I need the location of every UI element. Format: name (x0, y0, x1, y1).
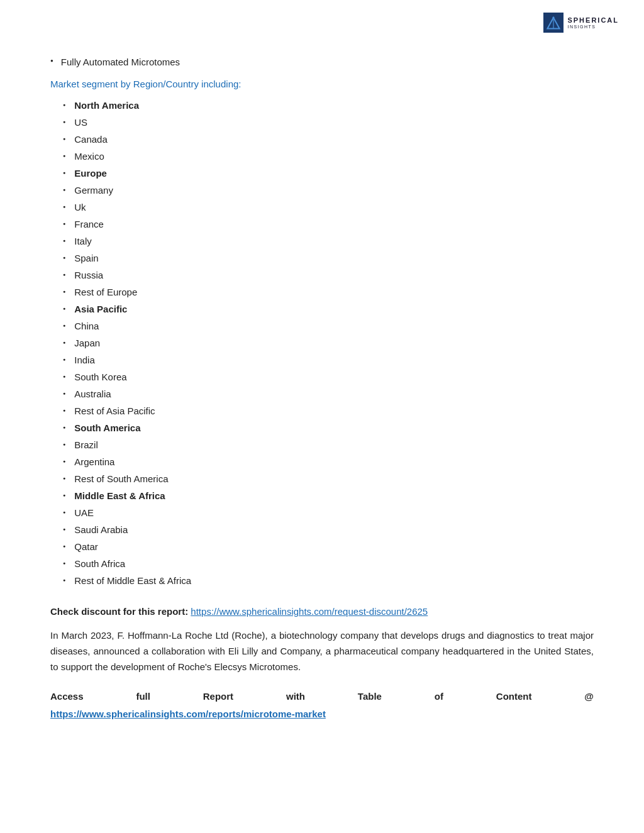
country-name: Spain (74, 251, 98, 266)
bullet-dot: ● (63, 169, 65, 176)
list-item: ●Argentina (63, 455, 594, 470)
bullet-dot: ● (63, 288, 65, 295)
regions-list: ●North America●US●Canada●Mexico●Europe●G… (63, 98, 594, 588)
top-bullet-dot: ● (50, 58, 53, 63)
bullet-dot: ● (63, 390, 65, 397)
access-word: Content (496, 688, 532, 705)
country-name: India (74, 353, 95, 368)
list-item: ●Rest of South America (63, 472, 594, 487)
access-word: Report (203, 688, 233, 705)
bullet-dot: ● (63, 135, 65, 142)
bullet-dot: ● (63, 475, 65, 482)
region-header-item: ●Asia Pacific (63, 302, 594, 317)
logo-area: SPHERICAL INSIGHTS (543, 13, 619, 33)
bullet-dot: ● (63, 458, 65, 465)
country-name: Italy (74, 234, 92, 249)
bullet-dot: ● (63, 322, 65, 329)
country-name: US (74, 115, 87, 130)
bullet-dot: ● (63, 441, 65, 448)
top-bullet-text: Fully Automated Microtomes (61, 57, 180, 67)
logo-tagline: INSIGHTS (567, 25, 619, 29)
country-name: Canada (74, 132, 108, 147)
country-name: Germany (74, 183, 113, 198)
access-report-link[interactable]: https://www.sphericalinsights.com/report… (50, 706, 594, 722)
list-item: ●Mexico (63, 149, 594, 164)
section-heading: Market segment by Region/Country includi… (50, 79, 594, 89)
list-item: ●South Africa (63, 556, 594, 571)
region-name: South America (74, 421, 140, 436)
list-item: ●Brazil (63, 438, 594, 453)
check-discount-label: Check discount for this report: (50, 606, 188, 617)
bullet-dot: ● (63, 101, 65, 108)
list-item: ●Rest of Europe (63, 285, 594, 300)
list-item: ●Russia (63, 268, 594, 283)
region-header-item: ●South America (63, 421, 594, 436)
country-name: Rest of Asia Pacific (74, 404, 155, 419)
region-header-item: ●North America (63, 98, 594, 113)
region-header-item: ●Middle East & Africa (63, 488, 594, 504)
bullet-dot: ● (63, 373, 65, 380)
country-name: Rest of Middle East & Africa (74, 573, 191, 588)
list-item: ●Italy (63, 234, 594, 249)
bullet-dot: ● (63, 152, 65, 159)
bullet-dot: ● (63, 305, 65, 312)
country-name: Brazil (74, 438, 98, 453)
access-word: with (286, 688, 305, 705)
access-word: of (435, 688, 443, 705)
country-name: UAE (74, 505, 94, 521)
check-discount-link[interactable]: https://www.sphericalinsights.com/reques… (191, 606, 428, 617)
bullet-dot: ● (63, 492, 65, 499)
list-item: ●US (63, 115, 594, 130)
bullet-dot: ● (63, 509, 65, 516)
country-name: Uk (74, 200, 86, 215)
list-item: ●UAE (63, 505, 594, 521)
bullet-dot: ● (63, 118, 65, 125)
list-item: ●Rest of Asia Pacific (63, 404, 594, 419)
logo-name: SPHERICAL (567, 16, 619, 25)
bullet-dot: ● (63, 186, 65, 193)
page-container: SPHERICAL INSIGHTS ● Fully Automated Mic… (0, 0, 644, 833)
region-name: Europe (74, 166, 107, 181)
logo-text-block: SPHERICAL INSIGHTS (567, 16, 619, 29)
region-name: Middle East & Africa (74, 488, 165, 504)
country-name: Australia (74, 387, 111, 402)
svg-point-3 (553, 16, 555, 18)
bullet-dot: ● (63, 543, 65, 549)
bullet-dot: ● (63, 407, 65, 414)
list-item: ●France (63, 217, 594, 232)
top-bullet-item: ● Fully Automated Microtomes (50, 57, 594, 67)
list-item: ●Saudi Arabia (63, 522, 594, 538)
country-name: China (74, 319, 99, 334)
list-item: ●Uk (63, 200, 594, 215)
check-discount-section: Check discount for this report: https://… (50, 606, 594, 617)
country-name: Qatar (74, 539, 98, 554)
access-word: Access (50, 688, 84, 705)
list-item: ●India (63, 353, 594, 368)
list-item: ●Japan (63, 336, 594, 351)
bullet-dot: ● (63, 237, 65, 244)
bullet-dot: ● (63, 560, 65, 566)
country-name: Rest of Europe (74, 285, 137, 300)
list-item: ●Germany (63, 183, 594, 198)
country-name: Japan (74, 336, 100, 351)
bullet-dot: ● (63, 339, 65, 346)
bullet-dot: ● (63, 271, 65, 278)
region-name: Asia Pacific (74, 302, 127, 317)
region-header-item: ●Europe (63, 166, 594, 181)
list-item: ●China (63, 319, 594, 334)
country-name: South Africa (74, 556, 125, 571)
country-name: South Korea (74, 370, 126, 385)
access-word: Table (358, 688, 382, 705)
access-report-section: AccessfullReportwithTableofContent@ http… (50, 688, 594, 722)
bullet-dot: ● (63, 220, 65, 227)
bullet-dot: ● (63, 356, 65, 363)
bullet-dot: ● (63, 576, 65, 583)
list-item: ●Rest of Middle East & Africa (63, 573, 594, 588)
access-report-line1: AccessfullReportwithTableofContent@ (50, 688, 594, 705)
country-name: Argentina (74, 455, 114, 470)
list-item: ●Australia (63, 387, 594, 402)
list-item: ●Qatar (63, 539, 594, 554)
country-name: France (74, 217, 104, 232)
bullet-dot: ● (63, 526, 65, 532)
access-word: @ (584, 688, 594, 705)
